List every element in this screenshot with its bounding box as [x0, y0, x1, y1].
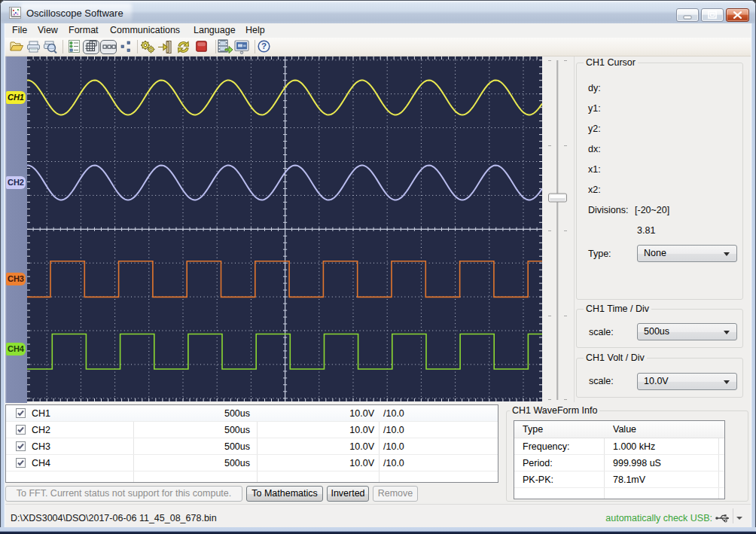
svg-text:?: ?	[261, 41, 266, 50]
